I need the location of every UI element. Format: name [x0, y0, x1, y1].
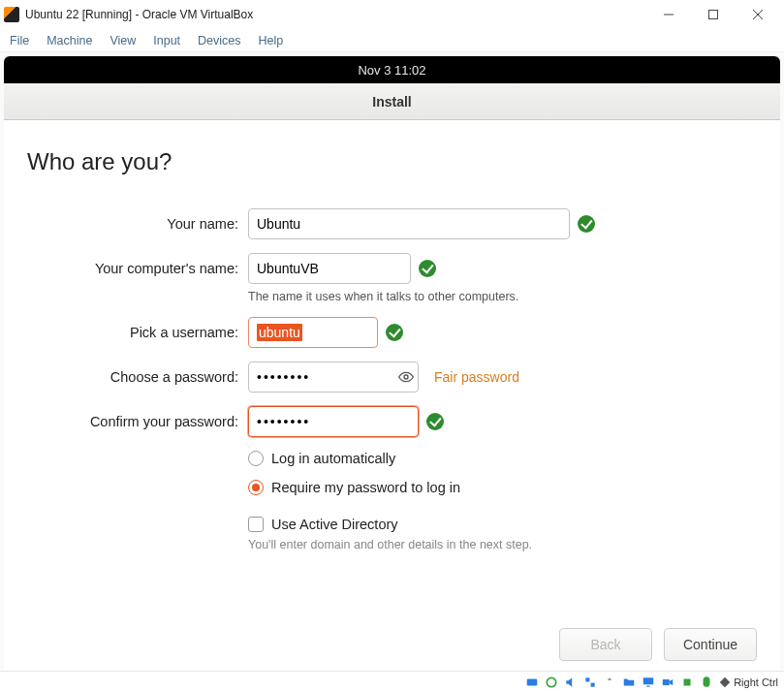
- installer-headerbar: Install: [4, 83, 780, 120]
- svg-rect-8: [591, 682, 595, 686]
- svg-rect-1: [709, 11, 718, 19]
- minimize-button[interactable]: [646, 0, 691, 29]
- mouse-integration-icon[interactable]: [699, 675, 714, 690]
- svg-rect-11: [663, 679, 670, 685]
- check-icon: [419, 260, 436, 277]
- radio-require-password[interactable]: Require my password to log in: [248, 480, 757, 495]
- vb-window-title: Ubuntu 22 [Running] - Oracle VM VirtualB…: [25, 8, 253, 21]
- menu-input[interactable]: Input: [153, 34, 180, 47]
- radio-icon: [248, 480, 264, 495]
- installer-title: Install: [372, 94, 411, 110]
- clock[interactable]: Nov 3 11:02: [358, 63, 425, 78]
- computer-name-hint: The name it uses when it talks to other …: [248, 290, 518, 303]
- usb-icon[interactable]: [602, 675, 617, 690]
- user-form: Your name: Your computer's name: The nam…: [27, 208, 757, 551]
- label-confirm-password: Confirm your password:: [27, 414, 240, 429]
- optical-drive-icon[interactable]: [544, 675, 559, 690]
- checkbox-icon: [248, 517, 264, 532]
- cpu-icon[interactable]: [679, 675, 695, 690]
- recording-icon[interactable]: [660, 675, 675, 690]
- svg-rect-9: [643, 677, 654, 684]
- label-username: Pick a username:: [27, 325, 240, 340]
- your-name-input[interactable]: [248, 208, 570, 239]
- label-your-name: Your name:: [27, 216, 240, 232]
- maximize-button[interactable]: [691, 0, 736, 29]
- checkbox-active-directory[interactable]: Use Active Directory: [248, 517, 757, 532]
- nav-buttons: Back Continue: [559, 628, 757, 661]
- menu-file[interactable]: File: [10, 34, 29, 47]
- host-key-indicator[interactable]: Right Ctrl: [718, 676, 778, 689]
- guest-display: Nov 3 11:02 Install Who are you? Your na…: [0, 52, 784, 671]
- username-input[interactable]: ubuntu: [248, 317, 378, 348]
- installer-body: Who are you? Your name: Your computer's …: [4, 120, 780, 671]
- computer-name-input[interactable]: [248, 253, 411, 284]
- display-icon[interactable]: [641, 675, 656, 690]
- ubuntu-topbar: Nov 3 11:02: [4, 56, 780, 83]
- vb-titlebar: Ubuntu 22 [Running] - Oracle VM VirtualB…: [0, 0, 784, 29]
- check-icon: [386, 324, 403, 341]
- check-icon: [426, 413, 444, 430]
- active-directory-hint: You'll enter domain and other details in…: [248, 538, 757, 551]
- virtualbox-icon: [4, 7, 19, 22]
- svg-rect-12: [684, 678, 691, 685]
- audio-icon[interactable]: [563, 675, 579, 690]
- vb-menubar: File Machine View Input Devices Help: [0, 29, 784, 52]
- shared-folder-icon[interactable]: [621, 675, 637, 690]
- window-controls: [646, 0, 780, 29]
- label-password: Choose a password:: [27, 369, 240, 385]
- close-button[interactable]: [736, 0, 780, 29]
- radio-icon: [248, 451, 264, 466]
- hard-disk-icon[interactable]: [524, 675, 540, 690]
- svg-rect-10: [646, 685, 650, 686]
- back-button[interactable]: Back: [559, 628, 652, 661]
- check-icon: [578, 215, 595, 233]
- menu-machine[interactable]: Machine: [47, 34, 92, 47]
- label-computer-name: Your computer's name:: [27, 261, 240, 276]
- page-heading: Who are you?: [27, 148, 757, 175]
- confirm-password-input[interactable]: [248, 406, 419, 437]
- menu-help[interactable]: Help: [259, 34, 284, 47]
- menu-view[interactable]: View: [110, 34, 136, 47]
- password-strength: Fair password: [434, 369, 519, 385]
- continue-button[interactable]: Continue: [664, 628, 757, 661]
- svg-rect-5: [527, 678, 538, 685]
- svg-point-6: [547, 677, 555, 686]
- vb-statusbar: Right Ctrl: [0, 671, 784, 692]
- radio-auto-login[interactable]: Log in automatically: [248, 451, 757, 466]
- password-input[interactable]: [248, 362, 419, 393]
- menu-devices[interactable]: Devices: [198, 34, 240, 47]
- svg-rect-7: [585, 677, 589, 681]
- network-icon[interactable]: [582, 675, 598, 690]
